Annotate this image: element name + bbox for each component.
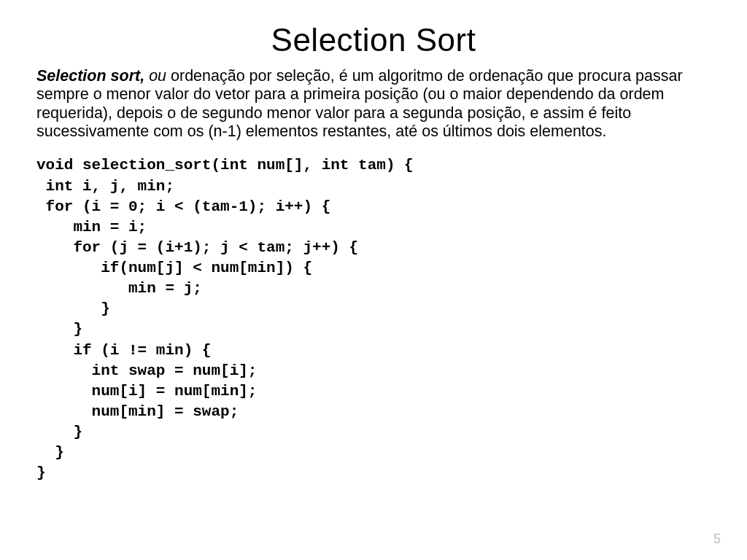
slide: Selection Sort Selection sort, ou ordena… — [0, 0, 747, 560]
page-number: 5 — [713, 532, 721, 547]
page-title: Selection Sort — [36, 22, 711, 58]
description-paragraph: Selection sort, ou ordenação por seleção… — [36, 67, 711, 141]
desc-lead-bold-italic: Selection sort, — [36, 67, 144, 85]
code-block: void selection_sort(int num[], int tam) … — [36, 155, 711, 483]
desc-lead-italic: ou — [144, 67, 171, 85]
